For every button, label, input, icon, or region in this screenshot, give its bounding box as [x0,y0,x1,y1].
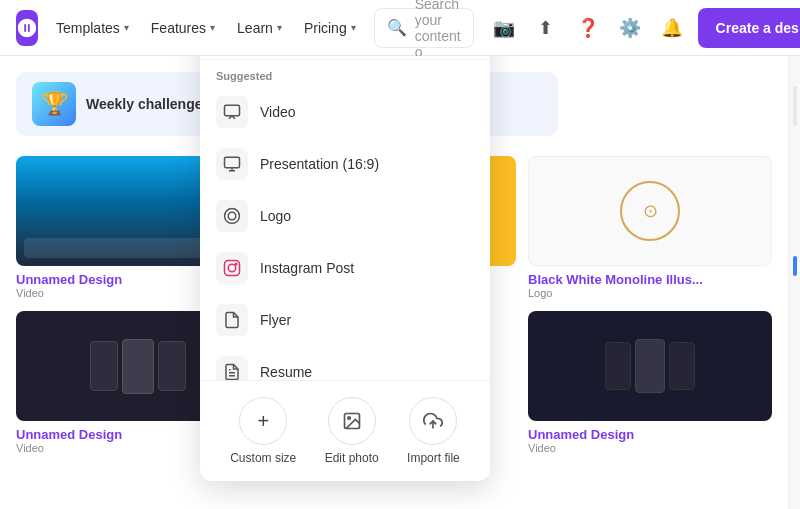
canva-logo[interactable] [16,10,38,46]
svg-point-5 [228,212,236,220]
dropdown-label-video: Video [260,104,296,120]
svg-point-4 [225,209,240,224]
nav-templates[interactable]: Templates ▾ [46,14,139,42]
dropdown-item-video[interactable]: Video [200,86,490,138]
edit-photo-label: Edit photo [325,451,379,465]
logo-icon [216,200,248,232]
dropdown-scroll-area: Suggested Video Presentation (16:9) [200,60,490,380]
dropdown-label-presentation: Presentation (16:9) [260,156,379,172]
custom-size-label: Custom size [230,451,296,465]
dropdown-bottom-actions: + Custom size Edit photo Import file [200,380,490,481]
settings-icon: ⚙️ [619,17,641,39]
design-subtitle-2: Logo [528,287,772,299]
edit-photo-button[interactable]: Edit photo [325,397,379,465]
design-card-2[interactable]: ⊙ Black White Monoline Illus... Logo [528,156,772,299]
nav-items: Templates ▾ Features ▾ Learn ▾ Pricing ▾ [46,14,366,42]
import-file-label: Import file [407,451,460,465]
scrollbar-thumb[interactable] [793,256,797,276]
design-subtitle-5: Video [528,442,772,454]
settings-icon-btn[interactable]: ⚙️ [612,10,648,46]
instagram-icon [216,252,248,284]
search-icon: 🔍 [387,18,407,37]
presentation-icon [216,148,248,180]
svg-rect-6 [225,261,240,276]
main-area: 🏆 Weekly challenge ✈ Canva basics ✦ [0,56,800,509]
design-title-5: Unnamed Design [528,427,772,442]
resume-icon [216,356,248,380]
dropdown-label-logo: Logo [260,208,291,224]
search-bar[interactable]: 🔍 Search your content o [374,8,474,48]
dropdown-item-resume[interactable]: Resume [200,346,490,380]
import-file-button[interactable]: Import file [407,397,460,465]
nav-features[interactable]: Features ▾ [141,14,225,42]
video-icon [216,96,248,128]
camera-icon: 📷 [493,17,515,39]
edit-photo-icon [328,397,376,445]
dropdown-item-instagram[interactable]: Instagram Post [200,242,490,294]
dropdown-item-logo[interactable]: Logo [200,190,490,242]
nav-pricing[interactable]: Pricing ▾ [294,14,366,42]
pricing-chevron: ▾ [351,22,356,33]
custom-size-icon: + [239,397,287,445]
help-icon: ❓ [577,17,599,39]
search-bar-text: Search your content o [415,0,461,60]
svg-point-19 [347,417,350,420]
dropdown-label-instagram: Instagram Post [260,260,354,276]
dropdown-label-flyer: Flyer [260,312,291,328]
quick-card-weekly[interactable]: 🏆 Weekly challenge [16,72,218,136]
learn-chevron: ▾ [277,22,282,33]
import-file-icon [409,397,457,445]
upload-icon-btn[interactable]: ⬆ [528,10,564,46]
scrollbar-track [793,86,797,126]
svg-point-7 [228,264,236,272]
flyer-icon [216,304,248,336]
navbar: Templates ▾ Features ▾ Learn ▾ Pricing ▾… [0,0,800,56]
svg-rect-1 [225,157,240,168]
upload-icon: ⬆ [538,17,553,39]
dropdown-suggested-label: Suggested [200,60,490,86]
design-title-2: Black White Monoline Illus... [528,272,772,287]
thumb-2: ⊙ [528,156,772,266]
dropdown-label-resume: Resume [260,364,312,380]
content-area: 🏆 Weekly challenge ✈ Canva basics ✦ [0,56,788,509]
templates-chevron: ▾ [124,22,129,33]
nav-learn[interactable]: Learn ▾ [227,14,292,42]
weekly-challenge-label: Weekly challenge [86,96,202,112]
create-design-button[interactable]: Create a design [698,8,800,48]
search-dropdown-panel: 🔍 Suggested Video Presentation (16:9) [200,56,490,481]
right-scrollbar [788,56,800,509]
bell-icon: 🔔 [661,17,683,39]
notifications-icon-btn[interactable]: 🔔 [654,10,690,46]
weekly-challenge-icon: 🏆 [32,82,76,126]
custom-size-button[interactable]: + Custom size [230,397,296,465]
camera-icon-btn[interactable]: 📷 [486,10,522,46]
dropdown-item-presentation[interactable]: Presentation (16:9) [200,138,490,190]
nav-icon-group: 📷 ⬆ ❓ ⚙️ 🔔 [486,10,690,46]
thumb-5 [528,311,772,421]
svg-point-8 [235,263,237,265]
dropdown-item-flyer[interactable]: Flyer [200,294,490,346]
features-chevron: ▾ [210,22,215,33]
help-icon-btn[interactable]: ❓ [570,10,606,46]
design-card-5[interactable]: Unnamed Design Video [528,311,772,454]
svg-rect-0 [225,105,240,116]
